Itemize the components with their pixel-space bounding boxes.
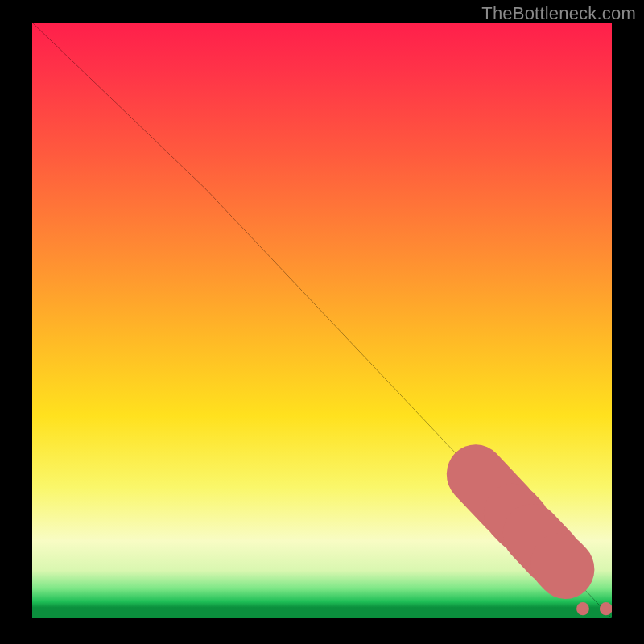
end-dots bbox=[576, 602, 612, 615]
chart-frame: TheBottleneck.com bbox=[0, 0, 644, 644]
highlight-seg-4 bbox=[559, 563, 565, 569]
plot-area bbox=[32, 23, 612, 618]
chart-overlay bbox=[32, 23, 612, 618]
end-dot-1 bbox=[576, 602, 589, 615]
watermark-text: TheBottleneck.com bbox=[481, 3, 636, 24]
end-dot-2 bbox=[600, 602, 612, 615]
highlight-segments bbox=[476, 474, 566, 569]
